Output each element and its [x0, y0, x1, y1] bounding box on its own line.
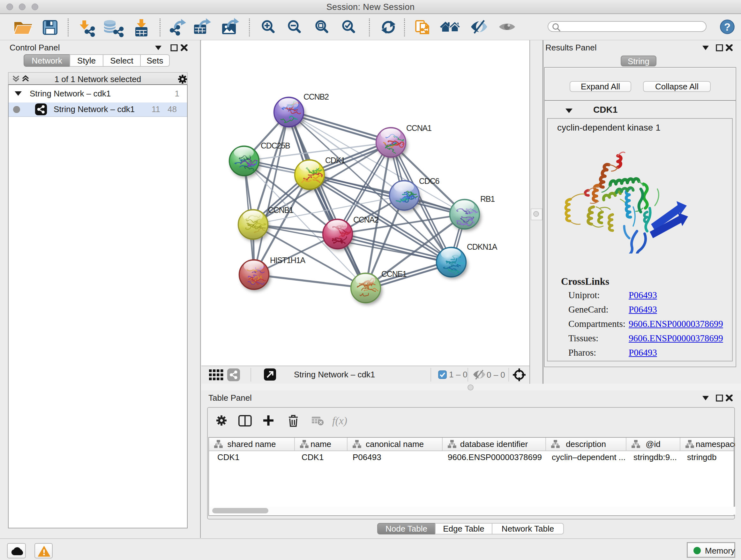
svg-text:CCNB1: CCNB1 [268, 206, 293, 214]
svg-text:f(x): f(x) [332, 415, 347, 427]
svg-text:CCNE1: CCNE1 [381, 269, 407, 278]
svg-text:?: ? [724, 21, 731, 33]
svg-text:CDK1: CDK1 [325, 156, 345, 165]
svg-text:CDC6: CDC6 [419, 177, 440, 186]
svg-text:CDKN1A: CDKN1A [467, 242, 497, 251]
svg-text:RB1: RB1 [480, 194, 495, 203]
svg-text:CDC25B: CDC25B [261, 141, 290, 150]
svg-text:HIST1H1A: HIST1H1A [270, 256, 306, 265]
svg-text:CCNB2: CCNB2 [304, 92, 329, 101]
svg-text:CCNA2: CCNA2 [353, 215, 379, 224]
svg-text:CCNA1: CCNA1 [406, 124, 431, 132]
svg-text:0 – 0: 0 – 0 [487, 370, 505, 380]
